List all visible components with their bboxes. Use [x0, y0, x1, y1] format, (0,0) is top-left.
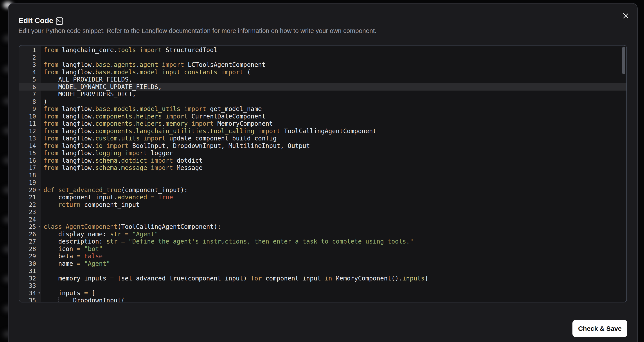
- terminal-icon: [55, 17, 64, 26]
- code-line[interactable]: 27 description: str = "Define the agent'…: [19, 238, 626, 245]
- code-line[interactable]: 23: [19, 208, 626, 216]
- code-text: from langflow.custom.utils import update…: [41, 135, 626, 142]
- code-text: MODEL_DYNAMIC_UPDATE_FIELDS,: [41, 83, 626, 91]
- line-number: 31: [19, 267, 41, 275]
- code-line[interactable]: 26 display_name: str = "Agent": [19, 231, 626, 238]
- code-text: from langflow.base.models.model_utils im…: [41, 105, 626, 113]
- code-line[interactable]: 17from langflow.schema.message import Me…: [19, 164, 626, 172]
- check-save-button[interactable]: Check & Save: [572, 320, 627, 337]
- code-text: component_input.advanced = True: [41, 194, 626, 201]
- code-line[interactable]: 21 component_input.advanced = True: [19, 194, 626, 201]
- code-text: [41, 282, 626, 289]
- code-text: class AgentComponent(ToolCallingAgentCom…: [41, 223, 626, 231]
- code-text: def set_advanced_true(component_input):: [41, 186, 626, 194]
- code-text: name = "Agent": [41, 260, 626, 267]
- code-line[interactable]: 19: [19, 179, 626, 186]
- line-number: 18: [19, 172, 41, 179]
- code-lines: 1from langchain_core.tools import Struct…: [19, 46, 626, 302]
- line-number: 22: [19, 201, 41, 209]
- code-editor[interactable]: 1from langchain_core.tools import Struct…: [19, 45, 627, 302]
- code-line[interactable]: 13from langflow.custom.utils import upda…: [19, 135, 626, 142]
- code-line[interactable]: 8): [19, 98, 626, 105]
- code-text: from langchain_core.tools import Structu…: [41, 46, 626, 54]
- line-number: 14: [19, 142, 41, 150]
- code-text: display_name: str = "Agent": [41, 231, 626, 238]
- code-text: from langflow.components.helpers import …: [41, 113, 626, 120]
- editor-scrollbar[interactable]: [622, 47, 625, 74]
- code-line[interactable]: 14from langflow.io import BoolInput, Dro…: [19, 142, 626, 150]
- code-line[interactable]: 12from langflow.components.langchain_uti…: [19, 127, 626, 135]
- line-number: 30: [19, 260, 41, 267]
- code-text: [41, 267, 626, 275]
- code-text: from langflow.logging import logger: [41, 149, 626, 157]
- code-line[interactable]: 28 icon = "bot": [19, 245, 626, 253]
- code-line[interactable]: 30 name = "Agent": [19, 260, 626, 267]
- code-text: from langflow.components.helpers.memory …: [41, 120, 626, 127]
- line-number: 21: [19, 194, 41, 201]
- line-number: 7: [19, 91, 41, 98]
- line-number: 32: [19, 275, 41, 282]
- line-number: 15: [19, 149, 41, 157]
- code-text: memory_inputs = [set_advanced_true(compo…: [41, 275, 626, 282]
- fold-toggle-icon[interactable]: ▾: [38, 289, 40, 297]
- code-line[interactable]: 20▾def set_advanced_true(component_input…: [19, 186, 626, 194]
- line-number: 9: [19, 105, 41, 113]
- fold-toggle-icon[interactable]: ▾: [38, 223, 40, 230]
- code-line[interactable]: 34▾ inputs = [: [19, 289, 626, 297]
- line-number: 28: [19, 245, 41, 253]
- line-number: 35: [19, 297, 41, 302]
- code-line[interactable]: 35 DropdownInput(: [19, 297, 626, 302]
- line-number: 19: [19, 179, 41, 186]
- code-line[interactable]: 9from langflow.base.models.model_utils i…: [19, 105, 626, 113]
- code-text: from langflow.io import BoolInput, Dropd…: [41, 142, 626, 150]
- line-number: 26: [19, 231, 41, 238]
- code-line[interactable]: 15from langflow.logging import logger: [19, 149, 626, 157]
- code-line[interactable]: 33: [19, 282, 626, 289]
- line-number: 20▾: [19, 186, 41, 194]
- indent-guide: [58, 297, 59, 302]
- code-line[interactable]: 11from langflow.components.helpers.memor…: [19, 120, 626, 127]
- line-number: 10: [19, 113, 41, 120]
- code-text: icon = "bot": [41, 245, 626, 253]
- code-line[interactable]: 5 ALL_PROVIDER_FIELDS,: [19, 76, 626, 83]
- code-text: [41, 179, 626, 186]
- close-icon: [622, 13, 629, 19]
- code-line[interactable]: 29 beta = False: [19, 253, 626, 260]
- line-number: 12: [19, 127, 41, 135]
- code-line[interactable]: 22 return component_input: [19, 201, 626, 209]
- modal-description: Edit your Python code snippet. Refer to …: [18, 27, 376, 35]
- code-line[interactable]: 4from langflow.base.models.model_input_c…: [19, 69, 626, 76]
- line-number: 27: [19, 238, 41, 245]
- code-line[interactable]: 3from langflow.base.agents.agent import …: [19, 61, 626, 69]
- line-number: 2: [19, 54, 41, 61]
- line-number: 34▾: [19, 289, 41, 297]
- code-line[interactable]: 18: [19, 172, 626, 179]
- fold-toggle-icon[interactable]: ▾: [38, 186, 40, 194]
- line-number: 13: [19, 135, 41, 142]
- code-line[interactable]: 24: [19, 216, 626, 223]
- code-line[interactable]: 2: [19, 54, 626, 61]
- line-number: 11: [19, 120, 41, 127]
- code-text: ALL_PROVIDER_FIELDS,: [41, 76, 626, 83]
- code-text: DropdownInput(: [41, 297, 626, 302]
- code-line[interactable]: 7 MODEL_PROVIDERS_DICT,: [19, 91, 626, 98]
- code-text: ): [41, 98, 626, 105]
- code-line[interactable]: 16from langflow.schema.dotdict import do…: [19, 157, 626, 164]
- code-line[interactable]: 1from langchain_core.tools import Struct…: [19, 46, 626, 54]
- code-text: description: str = "Define the agent's i…: [41, 238, 626, 245]
- code-text: [41, 208, 626, 216]
- code-text: from langflow.base.models.model_input_co…: [41, 69, 626, 76]
- code-line[interactable]: 6 MODEL_DYNAMIC_UPDATE_FIELDS,: [19, 83, 626, 91]
- code-text: [41, 172, 626, 179]
- close-button[interactable]: [620, 10, 632, 22]
- code-line[interactable]: 25▾class AgentComponent(ToolCallingAgent…: [19, 223, 626, 231]
- code-line[interactable]: 32 memory_inputs = [set_advanced_true(co…: [19, 275, 626, 282]
- code-text: inputs = [: [41, 289, 626, 297]
- code-text: [41, 216, 626, 223]
- code-line[interactable]: 10from langflow.components.helpers impor…: [19, 113, 626, 120]
- code-text: MODEL_PROVIDERS_DICT,: [41, 91, 626, 98]
- edit-code-modal: Edit Code Edit your Python code snippet.…: [8, 3, 638, 342]
- code-text: return component_input: [41, 201, 626, 209]
- code-line[interactable]: 31: [19, 267, 626, 275]
- line-number: 16: [19, 157, 41, 164]
